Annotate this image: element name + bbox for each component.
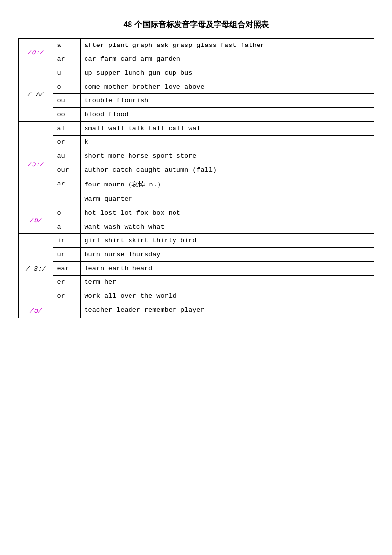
letters-cell: ir <box>53 234 80 248</box>
examples-cell: warm quarter <box>80 192 374 206</box>
letters-cell <box>53 192 80 206</box>
letters-cell: o <box>53 80 80 94</box>
letters-cell: ou <box>53 94 80 108</box>
examples-cell: car farm card arm garden <box>80 52 374 66</box>
page-container: 48 个国际音标发音字母及字母组合对照表 /ɑː/aafter plant gr… <box>18 20 374 535</box>
examples-cell: small wall talk tall call wal <box>80 122 374 136</box>
examples-cell: blood flood <box>80 108 374 122</box>
examples-cell: girl shirt skirt thirty bird <box>80 234 374 248</box>
letters-cell: or <box>53 136 80 149</box>
examples-cell: short more horse sport store <box>80 149 374 163</box>
letters-cell: o <box>53 206 80 220</box>
ipa-cell-5: /ə/ <box>18 303 53 318</box>
letters-cell: ur <box>53 248 80 262</box>
phonetics-table: /ɑː/aafter plant graph ask grasp glass f… <box>18 38 374 318</box>
letters-cell: a <box>53 220 80 234</box>
ipa-cell-4: / 3ː/ <box>18 234 53 303</box>
examples-cell: after plant graph ask grasp glass fast f… <box>80 39 374 52</box>
examples-cell: want wash watch what <box>80 220 374 234</box>
examples-cell: teacher leader remember player <box>80 303 374 318</box>
letters-cell: u <box>53 66 80 80</box>
letters-cell: or <box>53 289 80 303</box>
letters-cell: a <box>53 39 80 52</box>
examples-cell: author catch caught autumn (fall) <box>80 163 374 177</box>
examples-cell: learn earth heard <box>80 262 374 276</box>
letters-cell <box>53 303 80 318</box>
letters-cell: au <box>53 149 80 163</box>
examples-cell: come mother brother love above <box>80 80 374 94</box>
examples-cell: term her <box>80 276 374 289</box>
letters-cell: al <box>53 122 80 136</box>
examples-cell: hot lost lot fox box not <box>80 206 374 220</box>
examples-cell: k <box>80 136 374 149</box>
ipa-cell-1: / ʌ/ <box>18 66 53 122</box>
page-title: 48 个国际音标发音字母及字母组合对照表 <box>18 20 374 30</box>
ipa-cell-2: /ɔː/ <box>18 122 53 206</box>
letters-cell: ar <box>53 177 80 192</box>
letters-cell: er <box>53 276 80 289</box>
examples-cell: up supper lunch gun cup bus <box>80 66 374 80</box>
examples-cell: four mourn（哀悼 n.） <box>80 177 374 192</box>
ipa-cell-3: /ɒ/ <box>18 206 53 234</box>
letters-cell: ear <box>53 262 80 276</box>
examples-cell: work all over the world <box>80 289 374 303</box>
letters-cell: ar <box>53 52 80 66</box>
examples-cell: trouble flourish <box>80 94 374 108</box>
examples-cell: burn nurse Thursday <box>80 248 374 262</box>
letters-cell: oo <box>53 108 80 122</box>
ipa-cell-0: /ɑː/ <box>18 39 53 66</box>
letters-cell: our <box>53 163 80 177</box>
